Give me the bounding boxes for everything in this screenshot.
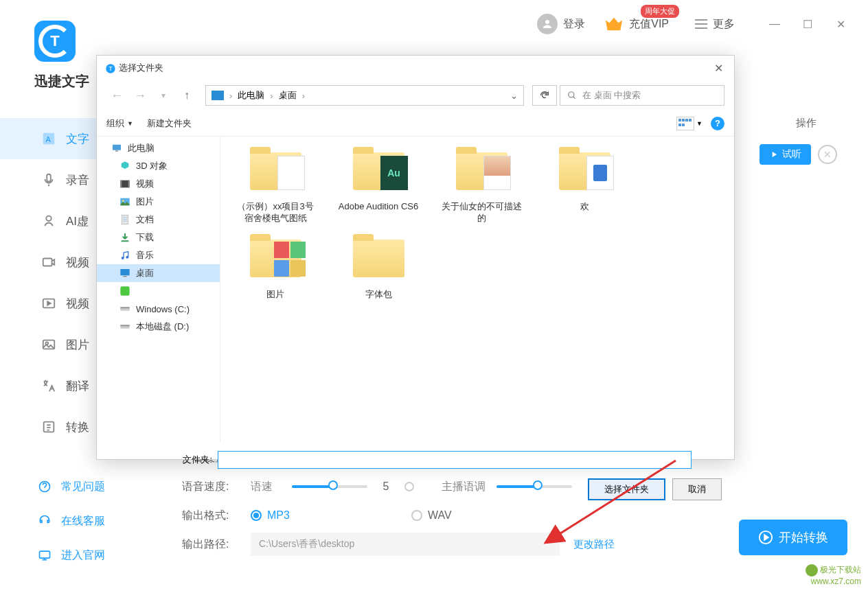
select-folder-button[interactable]: 选择文件夹 (588, 478, 665, 500)
tree-item[interactable]: Windows (C:) (97, 300, 220, 318)
tree-icon (119, 303, 131, 314)
cancel-button[interactable]: 取消 (672, 478, 722, 500)
nav-forward-icon[interactable]: → (130, 85, 150, 106)
minimize-button[interactable]: — (761, 10, 788, 38)
folder-icon (553, 143, 615, 198)
file-item[interactable]: （示例）xx项目3号宿舍楼电气图纸 (234, 143, 317, 224)
view-mode-button[interactable]: ▼ (676, 117, 703, 130)
radio-mp3[interactable] (251, 510, 262, 521)
nav-up-icon[interactable]: ↑ (176, 85, 197, 106)
folder-name-input[interactable] (218, 451, 692, 469)
tree-icon (119, 214, 131, 225)
file-grid: （示例）xx项目3号宿舍楼电气图纸AuAdobe Audition CS6关于仙… (220, 137, 734, 443)
start-convert-button[interactable]: 开始转换 (739, 520, 847, 555)
delete-button[interactable]: ✕ (818, 145, 837, 164)
folder-icon: Au (347, 143, 409, 198)
more-link[interactable]: 更多 (713, 17, 735, 32)
preview-button[interactable]: 试听 (760, 144, 811, 165)
svg-text:A: A (45, 135, 51, 143)
tree-icon (119, 286, 131, 296)
svg-rect-20 (128, 181, 130, 188)
watermark-logo-icon (806, 564, 818, 577)
folder-tree: 此电脑3D 对象视频图片文档下载音乐桌面Windows (C:)本地磁盘 (D:… (97, 137, 220, 443)
folder-input-label: 文件夹: (178, 454, 212, 466)
format-label: 输出格式: (182, 509, 251, 523)
user-avatar-icon[interactable] (537, 14, 558, 34)
search-icon (567, 91, 577, 100)
tree-item[interactable]: 图片 (97, 193, 220, 211)
wav-label: WAV (428, 509, 452, 522)
file-item[interactable]: 欢 (543, 143, 626, 224)
tree-icon (119, 321, 131, 332)
tree-item[interactable] (97, 282, 220, 300)
svg-point-28 (126, 256, 128, 259)
svg-rect-33 (120, 307, 129, 308)
tree-item[interactable]: 此电脑 (97, 139, 220, 157)
svg-rect-19 (120, 181, 122, 188)
organize-menu[interactable]: 组织 ▼ (106, 117, 133, 130)
change-path-link[interactable]: 更改路径 (573, 538, 615, 551)
folder-icon (347, 231, 409, 286)
folder-icon (244, 143, 306, 198)
tree-item[interactable]: 下载 (97, 229, 220, 246)
new-folder-button[interactable]: 新建文件夹 (147, 117, 192, 130)
file-item[interactable]: 图片 (234, 231, 317, 301)
svg-rect-30 (123, 276, 126, 277)
tree-item[interactable]: 音乐 (97, 246, 220, 264)
breadcrumb-dropdown-icon[interactable]: ⌄ (510, 91, 518, 101)
help-icon[interactable]: ? (711, 117, 724, 130)
svg-rect-16 (113, 145, 121, 150)
file-item[interactable]: AuAdobe Audition CS6 (337, 143, 420, 224)
tree-item[interactable]: 视频 (97, 175, 220, 193)
svg-rect-29 (120, 269, 129, 275)
search-input[interactable]: 在 桌面 中搜索 (560, 85, 724, 106)
tree-icon (119, 196, 131, 207)
svg-point-22 (122, 200, 124, 202)
vip-promo-badge: 周年大促 (641, 5, 679, 18)
nav-history-icon[interactable]: ▾ (153, 85, 174, 106)
tree-icon (119, 232, 131, 243)
svg-point-27 (122, 257, 124, 259)
watermark: 极光下载站 www.xz7.com (806, 564, 861, 588)
bc-pc[interactable]: 此电脑 (238, 89, 264, 102)
svg-rect-31 (120, 286, 129, 295)
svg-rect-35 (120, 325, 129, 326)
maximize-button[interactable]: ☐ (794, 10, 821, 38)
nav-back-icon[interactable]: ← (106, 85, 127, 106)
file-item[interactable]: 关于仙女的不可描述的 (440, 143, 523, 224)
svg-rect-23 (122, 215, 128, 224)
vip-link[interactable]: 周年大促 充值VIP (629, 17, 669, 32)
path-label: 输出路径: (182, 537, 251, 552)
svg-rect-5 (43, 259, 52, 266)
folder-icon (244, 231, 306, 286)
refresh-button[interactable] (532, 85, 557, 106)
svg-text:T: T (108, 65, 113, 72)
tree-item[interactable]: 本地磁盘 (D:) (97, 318, 220, 336)
file-item[interactable]: 字体包 (337, 231, 420, 301)
footer-service[interactable]: 在线客服 (0, 504, 168, 538)
login-link[interactable]: 登录 (563, 17, 585, 32)
radio-wav[interactable] (411, 510, 422, 521)
tree-icon (119, 178, 131, 189)
svg-point-15 (569, 92, 574, 97)
svg-rect-3 (47, 174, 51, 182)
close-button[interactable]: ✕ (827, 10, 854, 38)
tree-icon (119, 161, 131, 172)
mp3-label: MP3 (267, 509, 322, 522)
tree-icon (111, 143, 123, 154)
tree-item[interactable]: 3D 对象 (97, 157, 220, 175)
folder-dialog: T 选择文件夹 ✕ ← → ▾ ↑ › 此电脑 › 桌面 › ⌄ 在 桌面 中搜… (96, 55, 735, 460)
breadcrumb[interactable]: › 此电脑 › 桌面 › ⌄ (205, 85, 524, 106)
tree-item[interactable]: 文档 (97, 211, 220, 229)
footer-website[interactable]: 进入官网 (0, 538, 168, 572)
row-actions: 试听 ✕ (760, 144, 837, 165)
dialog-title: 选择文件夹 (119, 62, 163, 73)
hamburger-icon (695, 19, 707, 29)
svg-point-4 (46, 216, 51, 221)
column-operation: 操作 (796, 117, 816, 130)
tree-item[interactable]: 桌面 (97, 264, 220, 282)
tree-icon (119, 250, 131, 261)
bc-desktop[interactable]: 桌面 (279, 89, 297, 102)
dialog-close-icon[interactable]: ✕ (711, 59, 726, 78)
tree-icon (119, 268, 131, 279)
